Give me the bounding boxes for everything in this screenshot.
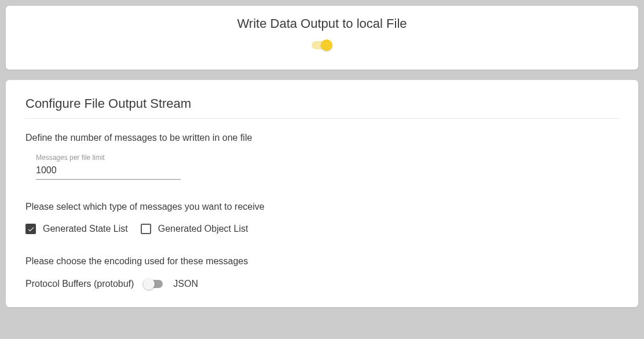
encoding-section-label: Please choose the encoding used for thes… xyxy=(25,256,619,267)
toggle-thumb xyxy=(143,278,155,290)
check-icon xyxy=(27,225,35,233)
message-types-row: Generated State List Generated Object Li… xyxy=(25,224,619,234)
messages-per-file-label: Messages per file limit xyxy=(36,154,181,162)
generated-object-list-checkbox[interactable] xyxy=(141,224,151,234)
messages-limit-input-group: Messages per file limit xyxy=(36,154,181,180)
encoding-row: Protocol Buffers (protobuf) JSON xyxy=(25,278,619,290)
toggle-thumb xyxy=(321,39,332,51)
protobuf-label: Protocol Buffers (protobuf) xyxy=(25,279,134,289)
write-data-output-panel: Write Data Output to local File xyxy=(6,6,638,70)
generated-object-list-item: Generated Object List xyxy=(141,224,248,234)
generated-state-list-item: Generated State List xyxy=(25,224,128,234)
generated-object-list-label: Generated Object List xyxy=(158,224,248,234)
configure-file-output-title: Configure File Output Stream xyxy=(25,96,619,119)
encoding-toggle[interactable] xyxy=(143,278,164,290)
json-label: JSON xyxy=(173,279,198,289)
configure-file-output-panel: Configure File Output Stream Define the … xyxy=(6,80,638,307)
messages-per-file-input[interactable] xyxy=(36,163,181,180)
generated-state-list-checkbox[interactable] xyxy=(25,224,36,234)
generated-state-list-label: Generated State List xyxy=(43,224,128,234)
message-types-label: Please select which type of messages you… xyxy=(25,202,619,212)
write-data-output-title: Write Data Output to local File xyxy=(20,16,624,31)
file-output-toggle[interactable] xyxy=(312,39,332,51)
messages-limit-label: Define the number of messages to be writ… xyxy=(25,133,619,143)
